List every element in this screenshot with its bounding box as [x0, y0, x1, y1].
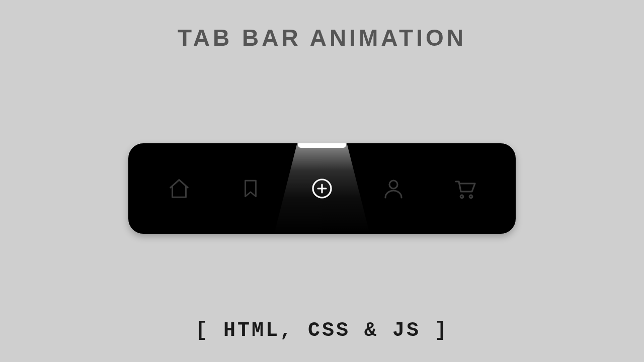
home-icon	[168, 177, 191, 200]
user-icon	[381, 176, 406, 201]
page-subtitle: [ HTML, CSS & JS ]	[0, 319, 644, 342]
tab-add[interactable]	[292, 143, 352, 234]
bookmark-icon	[240, 176, 261, 201]
svg-point-4	[460, 195, 463, 198]
tab-cart[interactable]	[435, 143, 495, 234]
plus-circle-icon	[310, 176, 334, 201]
tab-bookmark[interactable]	[220, 143, 281, 234]
cart-icon	[452, 176, 478, 201]
tab-home[interactable]	[149, 143, 209, 234]
page-title: TAB BAR ANIMATION	[0, 24, 644, 51]
tab-profile[interactable]	[363, 143, 424, 234]
active-indicator	[298, 143, 346, 148]
svg-point-3	[389, 180, 397, 189]
svg-point-5	[469, 195, 472, 198]
tab-bar	[128, 143, 516, 234]
